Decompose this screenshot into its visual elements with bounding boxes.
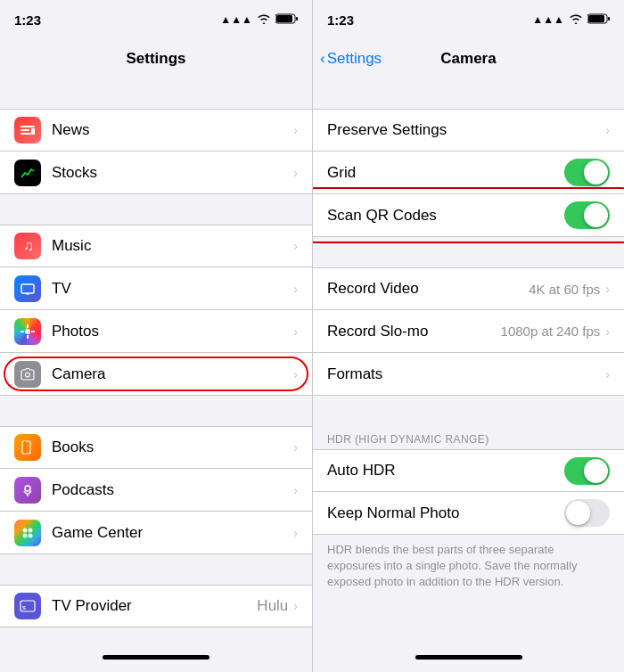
camera-cell-autohdr[interactable]: Auto HDR: [313, 449, 624, 492]
svg-rect-4: [21, 129, 29, 131]
svg-point-10: [25, 329, 30, 334]
keepnormal-label: Keep Normal Photo: [327, 504, 564, 522]
camera-cell-scanqr[interactable]: Scan QR Codes: [313, 194, 624, 237]
recordslomo-label: Record Slo-mo: [327, 323, 501, 340]
scanqr-toggle-thumb: [584, 203, 608, 227]
keepnormal-toggle[interactable]: [564, 499, 610, 527]
recordvideo-chevron: ›: [605, 282, 610, 296]
svg-rect-8: [21, 284, 34, 293]
grid-toggle[interactable]: [564, 159, 610, 186]
books-label: Books: [52, 438, 293, 456]
recordslomo-chevron: ›: [605, 324, 610, 339]
settings-item-tvprovider[interactable]: S TV Provider Hulu ›: [0, 585, 312, 627]
stocks-icon: [14, 160, 41, 186]
news-icon: [14, 117, 41, 143]
right-status-icons: ▲▲▲: [532, 13, 610, 27]
svg-point-20: [23, 528, 28, 532]
signal-icon: ▲▲▲: [220, 13, 252, 26]
right-signal-icon: ▲▲▲: [532, 13, 564, 26]
formats-label: Formats: [327, 365, 605, 383]
camera-cell-recordvideo[interactable]: Record Video 4K at 60 fps ›: [313, 267, 624, 310]
scanqr-label: Scan QR Codes: [327, 207, 564, 225]
svg-text:S: S: [22, 605, 26, 611]
music-label: Music: [52, 237, 293, 255]
autohdr-toggle[interactable]: [564, 457, 610, 485]
settings-item-news[interactable]: News ›: [0, 109, 312, 152]
settings-item-photos[interactable]: Photos ›: [0, 310, 312, 353]
podcasts-label: Podcasts: [52, 481, 293, 499]
svg-point-22: [23, 533, 28, 537]
photos-chevron: ›: [293, 324, 298, 339]
svg-rect-2: [296, 17, 298, 20]
stocks-chevron: ›: [293, 166, 298, 180]
left-status-bar: 1:23 ▲▲▲: [0, 0, 312, 39]
settings-item-camera[interactable]: Camera ›: [0, 353, 312, 396]
settings-title-bar: Settings: [0, 39, 312, 78]
news-chevron: ›: [293, 123, 298, 137]
settings-page-title: Settings: [126, 50, 185, 68]
camera-section-hdr: Auto HDR Keep Normal Photo: [313, 449, 624, 535]
left-home-indicator: [103, 655, 209, 660]
stocks-label: Stocks: [52, 164, 293, 182]
gamecenter-label: Game Center: [52, 524, 293, 542]
settings-item-music[interactable]: ♫ Music ›: [0, 225, 312, 267]
books-chevron: ›: [293, 440, 298, 455]
tv-label: TV: [52, 280, 293, 298]
settings-item-gamecenter[interactable]: Game Center ›: [0, 512, 312, 554]
right-wifi-icon: [569, 13, 583, 27]
settings-item-tv[interactable]: TV ›: [0, 267, 312, 310]
music-chevron: ›: [293, 239, 298, 253]
camera-cell-grid[interactable]: Grid: [313, 152, 624, 194]
svg-point-21: [29, 528, 33, 532]
camera-chevron: ›: [293, 367, 298, 381]
hdr-section-footer: HDR blends the best parts of three separ…: [313, 535, 624, 605]
left-time: 1:23: [14, 12, 41, 28]
group-news-stocks: News › Stocks ›: [0, 109, 312, 194]
settings-item-podcasts[interactable]: Podcasts ›: [0, 469, 312, 512]
camera-settings-list: Preserve Settings › Grid Scan QR Codes: [313, 78, 624, 642]
recordvideo-label: Record Video: [327, 280, 529, 298]
keepnormal-toggle-thumb: [566, 501, 590, 525]
recordslomo-value: 1080p at 240 fps: [501, 324, 601, 339]
preserve-chevron: ›: [605, 123, 610, 137]
grid-toggle-thumb: [584, 160, 608, 184]
group-tvprovider: S TV Provider Hulu ›: [0, 585, 312, 627]
tv-chevron: ›: [293, 282, 298, 296]
camera-section-2: Record Video 4K at 60 fps › Record Slo-m…: [313, 267, 624, 396]
right-time: 1:23: [327, 12, 354, 28]
svg-rect-5: [21, 133, 31, 135]
news-label: News: [52, 121, 293, 139]
back-label: Settings: [327, 50, 382, 68]
right-status-bar: 1:23 ▲▲▲: [313, 0, 624, 39]
tvprovider-icon: S: [14, 593, 41, 619]
svg-rect-1: [276, 15, 292, 22]
photos-icon: [14, 318, 41, 345]
camera-page-title: Camera: [440, 50, 496, 68]
scanqr-toggle[interactable]: [564, 201, 610, 229]
svg-point-15: [26, 373, 30, 377]
autohdr-label: Auto HDR: [327, 462, 564, 479]
svg-rect-17: [24, 441, 26, 454]
camera-cell-preserve[interactable]: Preserve Settings ›: [313, 109, 624, 152]
tvprovider-chevron: ›: [293, 599, 298, 613]
svg-point-23: [29, 533, 33, 537]
back-chevron-icon: ‹: [320, 50, 325, 68]
camera-icon: [14, 361, 41, 388]
right-bottom-bar: [313, 642, 624, 672]
autohdr-toggle-thumb: [584, 459, 608, 483]
tvprovider-value: Hulu: [257, 597, 288, 615]
camera-cell-formats[interactable]: Formats ›: [313, 353, 624, 396]
back-button[interactable]: ‹ Settings: [320, 50, 382, 68]
camera-cell-keepnormal[interactable]: Keep Normal Photo: [313, 492, 624, 535]
camera-label: Camera: [52, 365, 293, 383]
books-icon: [14, 434, 41, 461]
battery-icon: [275, 13, 298, 27]
formats-chevron: ›: [605, 367, 610, 381]
left-status-icons: ▲▲▲: [220, 13, 298, 27]
camera-cell-recordslomo[interactable]: Record Slo-mo 1080p at 240 fps ›: [313, 310, 624, 353]
svg-rect-32: [588, 15, 604, 22]
settings-item-books[interactable]: Books ›: [0, 426, 312, 469]
settings-item-stocks[interactable]: Stocks ›: [0, 152, 312, 194]
camera-section-1: Preserve Settings › Grid Scan QR Codes: [313, 109, 624, 237]
camera-nav-bar: ‹ Settings Camera: [313, 39, 624, 78]
